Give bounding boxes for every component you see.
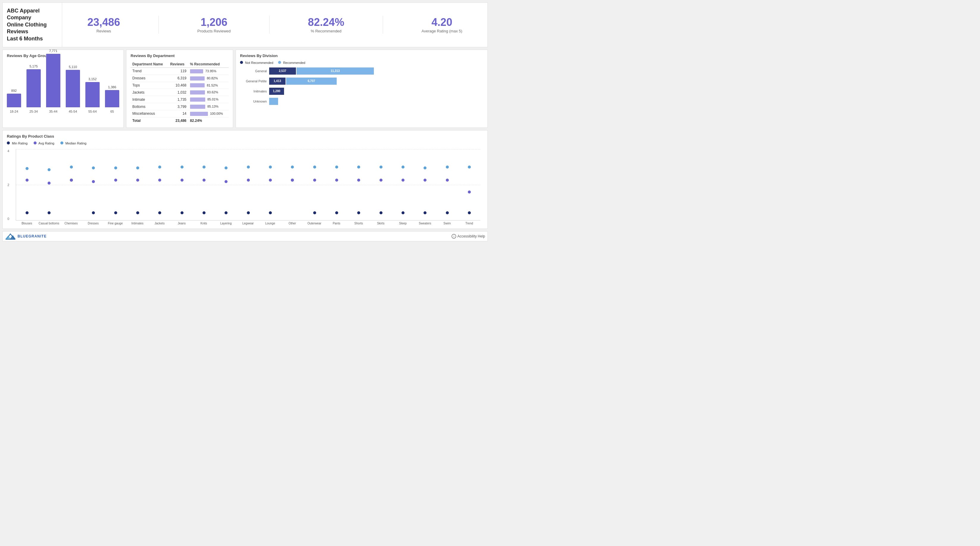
bar-rect bbox=[46, 54, 60, 107]
svg-marker-2 bbox=[10, 235, 16, 239]
bar-rect bbox=[85, 82, 100, 107]
dept-bar bbox=[190, 83, 205, 87]
kpi-reviews-value: 23,486 bbox=[88, 16, 120, 28]
division-bar-group: General 2,53711,313 bbox=[240, 67, 483, 75]
dot-min-dresses bbox=[92, 211, 95, 214]
dot-avg-dresses bbox=[92, 180, 95, 183]
dot-min-sleep bbox=[401, 211, 404, 214]
x-label: Dresses bbox=[82, 222, 104, 225]
dot-avg-casual-bottoms bbox=[48, 182, 51, 184]
dot-med-skirts bbox=[380, 165, 382, 168]
table-row: Miscellaneous 14 100.00% bbox=[130, 110, 229, 117]
dept-pct-cell: 85.01% bbox=[188, 96, 229, 103]
dot-min-jackets bbox=[158, 211, 161, 214]
dot-med-jackets bbox=[158, 165, 161, 168]
division-bar-group: Initmates 1,280 bbox=[240, 88, 483, 95]
dept-pct-cell: 83.62% bbox=[188, 89, 229, 96]
bar-rect bbox=[7, 94, 21, 107]
dot-min-fine-gauge bbox=[114, 211, 117, 214]
age-bar-55-64: 3,152 55-64 bbox=[85, 77, 100, 113]
total-pct: 82.24% bbox=[188, 117, 229, 124]
div-bar-light bbox=[269, 98, 278, 105]
dot-avg-skirts bbox=[380, 179, 382, 182]
col-pct: % Recommended bbox=[188, 61, 229, 68]
bar-count: 892 bbox=[11, 89, 17, 92]
dot-avg-lounge bbox=[269, 179, 272, 182]
division-legend: Not Recommended Recommended bbox=[240, 61, 483, 65]
dot-min-knits bbox=[202, 211, 205, 214]
table-row: Trend 119 73.95% bbox=[130, 67, 229, 75]
dot-avg-sleep bbox=[401, 179, 404, 182]
dot-med-swim bbox=[446, 165, 449, 168]
dept-name: Bottoms bbox=[130, 103, 168, 110]
dept-pct: 83.62% bbox=[207, 90, 218, 94]
age-bar-25-34: 5,175 25-34 bbox=[27, 65, 41, 113]
dept-chart-title: Reviews By Department bbox=[130, 54, 229, 58]
div-bar-dark: 1,280 bbox=[269, 88, 284, 95]
dept-table: Department Name Reviews % Recommended Tr… bbox=[130, 61, 229, 124]
dot-min-legwear bbox=[247, 211, 250, 214]
dot-med-sleep bbox=[401, 165, 404, 168]
dot-avg-swim bbox=[446, 179, 449, 182]
dept-pct: 85.13% bbox=[207, 105, 218, 108]
x-label: Shorts bbox=[348, 222, 370, 225]
dot-avg-shorts bbox=[357, 179, 360, 182]
x-label: Trend bbox=[458, 222, 480, 225]
dot-med-blouses bbox=[25, 167, 29, 170]
logo-text: BLUEGRANITE bbox=[18, 234, 47, 238]
footer: BLUEGRANITE i Accessibility Help bbox=[2, 231, 488, 241]
dept-bar bbox=[190, 112, 208, 116]
bar-count: 1,386 bbox=[108, 85, 116, 89]
div-bar-label: General Petite bbox=[240, 79, 267, 83]
dept-pct: 81.52% bbox=[207, 84, 218, 87]
legend-dot-min bbox=[7, 141, 10, 144]
div-bars: 2,53711,313 bbox=[269, 67, 374, 75]
bar-group-label: 55-64 bbox=[88, 110, 97, 113]
dept-pct: 100.00% bbox=[210, 112, 223, 115]
legend-dot-avg bbox=[33, 141, 37, 144]
dot-med-lounge bbox=[269, 165, 272, 168]
dept-pct-cell: 100.00% bbox=[188, 110, 229, 117]
dot-min-lounge bbox=[269, 211, 272, 214]
dept-pct-cell: 85.13% bbox=[188, 103, 229, 110]
dot-avg-pants bbox=[335, 179, 338, 182]
x-label: Swim bbox=[436, 222, 458, 225]
dot-min-layering bbox=[224, 211, 228, 214]
dot-med-shorts bbox=[357, 165, 360, 168]
dot-min-intimates bbox=[136, 211, 139, 214]
dot-avg-knits bbox=[202, 179, 205, 182]
div-bars bbox=[269, 98, 278, 105]
y-label-0: 0 bbox=[8, 217, 9, 221]
svg-text:i: i bbox=[453, 235, 454, 238]
x-label: Jackets bbox=[148, 222, 170, 225]
ratings-title: Ratings By Product Class bbox=[7, 134, 483, 138]
svg-marker-1 bbox=[5, 236, 11, 239]
dot-med-other bbox=[291, 165, 294, 168]
kpi-divider-3 bbox=[383, 16, 383, 33]
dot-avg-intimates bbox=[136, 179, 139, 182]
header-row: ABC Apparel CompanyOnline Clothing Revie… bbox=[2, 2, 488, 47]
dot-med-dresses bbox=[92, 167, 95, 170]
dept-reviews: 14 bbox=[168, 110, 188, 117]
dot-avg-sweaters bbox=[423, 179, 426, 182]
div-bar-light: 11,313 bbox=[296, 67, 374, 75]
table-row: Jackets 1,032 83.62% bbox=[130, 89, 229, 96]
dept-reviews: 1,735 bbox=[168, 96, 188, 103]
dept-pct: 80.82% bbox=[207, 76, 218, 80]
dot-min-jeans bbox=[181, 211, 183, 214]
ratings-legend: Min Rating Avg Rating Median Rating bbox=[7, 141, 483, 145]
x-label: Lounge bbox=[259, 222, 281, 225]
dept-reviews: 3,799 bbox=[168, 103, 188, 110]
bar-count: 5,175 bbox=[29, 65, 38, 68]
page-title: ABC Apparel CompanyOnline Clothing Revie… bbox=[7, 8, 58, 42]
ratings-x-labels: BlousesCasual bottomsChemisesDressesFine… bbox=[16, 222, 480, 225]
dot-med-trend bbox=[468, 165, 471, 168]
bar-rect bbox=[105, 90, 119, 107]
kpi-products-value: 1,206 bbox=[201, 16, 228, 28]
middle-row: Reviews By Age Group 892 18-24 5,175 25-… bbox=[2, 50, 488, 128]
accessibility-help[interactable]: i Accessibility Help bbox=[452, 234, 485, 239]
division-bar-group: Unknown bbox=[240, 98, 483, 105]
dot-med-layering bbox=[224, 167, 228, 170]
dot-avg-outerwear bbox=[313, 179, 316, 182]
dept-bar bbox=[190, 76, 205, 81]
